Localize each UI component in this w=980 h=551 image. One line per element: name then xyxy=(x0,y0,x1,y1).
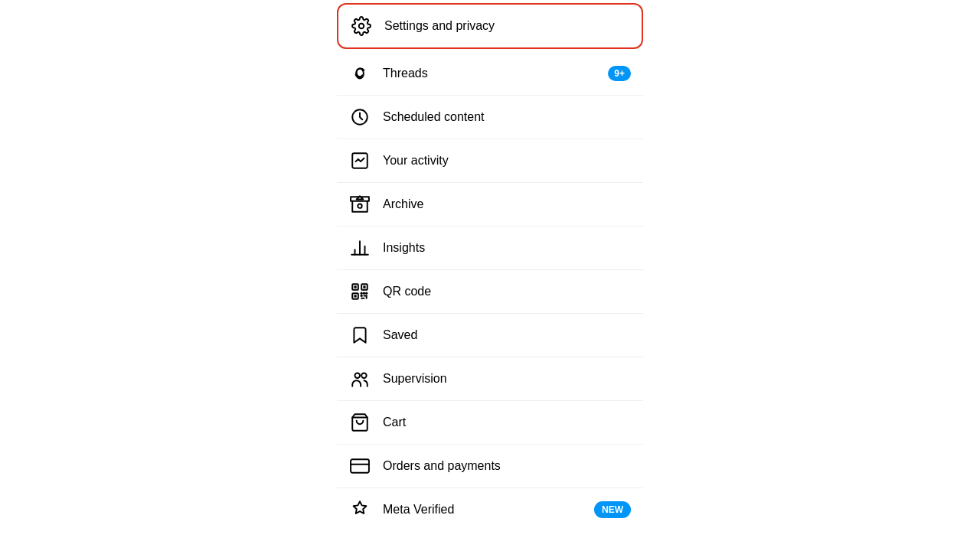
svg-rect-13 xyxy=(363,285,365,288)
menu-item-label: Scheduled content xyxy=(383,110,631,124)
menu-item-archive[interactable]: Archive xyxy=(337,183,643,227)
meta-verified-badge: NEW xyxy=(594,501,631,518)
menu-item-label: Cart xyxy=(383,416,631,429)
card-icon xyxy=(349,455,371,477)
svg-rect-12 xyxy=(354,285,356,288)
menu-item-settings-and-privacy[interactable]: Settings and privacy xyxy=(337,3,643,49)
menu-item-threads[interactable]: Threads 9+ xyxy=(337,52,643,96)
menu-item-cart[interactable]: Cart xyxy=(337,401,643,445)
threads-icon xyxy=(349,63,371,84)
menu-item-scheduled-content[interactable]: Scheduled content xyxy=(337,96,643,139)
svg-point-0 xyxy=(359,24,364,29)
supervision-icon xyxy=(349,368,371,390)
svg-point-23 xyxy=(361,373,367,378)
qr-icon xyxy=(349,281,371,302)
menu-item-label: Threads xyxy=(383,67,608,80)
menu-item-label: Orders and payments xyxy=(383,459,631,473)
cart-icon xyxy=(349,412,371,433)
activity-icon xyxy=(349,150,371,171)
menu-item-saved[interactable]: Saved xyxy=(337,314,643,357)
archive-icon xyxy=(349,194,371,215)
menu-item-label: Settings and privacy xyxy=(384,19,629,33)
gear-icon xyxy=(351,15,372,37)
meta-verified-icon xyxy=(349,499,371,520)
clock-icon xyxy=(349,106,371,128)
menu-item-label: Saved xyxy=(383,328,631,342)
menu-item-label: QR code xyxy=(383,285,631,298)
menu-item-label: Meta Verified xyxy=(383,503,594,517)
svg-point-22 xyxy=(355,373,361,378)
menu-item-your-activity[interactable]: Your activity xyxy=(337,139,643,183)
menu-item-qr-code[interactable]: QR code xyxy=(337,270,643,314)
bar-chart-icon xyxy=(349,237,371,259)
menu-item-orders-and-payments[interactable]: Orders and payments xyxy=(337,445,643,488)
svg-rect-14 xyxy=(354,295,356,297)
menu-container: Settings and privacy Threads 9+ Schedule… xyxy=(337,0,643,531)
menu-item-label: Insights xyxy=(383,241,631,255)
menu-item-supervision[interactable]: Supervision xyxy=(337,357,643,401)
menu-item-label: Your activity xyxy=(383,154,631,168)
svg-point-4 xyxy=(358,204,361,207)
svg-rect-25 xyxy=(351,459,369,472)
menu-item-label: Supervision xyxy=(383,372,631,386)
menu-item-label: Archive xyxy=(383,197,631,211)
bookmark-icon xyxy=(349,324,371,346)
threads-badge: 9+ xyxy=(608,66,631,81)
menu-item-insights[interactable]: Insights xyxy=(337,227,643,270)
menu-item-meta-verified[interactable]: Meta Verified NEW xyxy=(337,488,643,531)
